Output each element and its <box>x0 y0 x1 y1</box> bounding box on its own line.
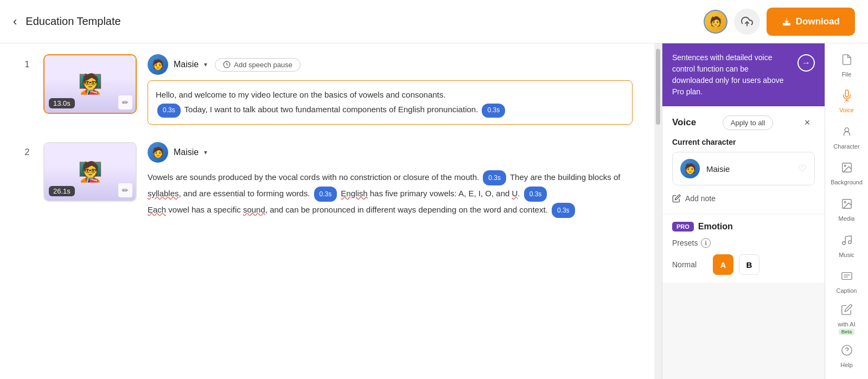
apply-to-all-button[interactable]: Apply to all <box>723 115 774 130</box>
scene-text-syllables: syllables <box>148 189 179 198</box>
pause-badge-1b[interactable]: 0.3s <box>482 104 505 118</box>
sidebar-item-music[interactable]: Music <box>827 229 866 264</box>
preset-b-button[interactable]: B <box>739 254 760 275</box>
scene-number-2: 2 <box>22 147 33 157</box>
sidebar-file-label: File <box>842 71 852 78</box>
scene-number-1: 1 <box>22 60 33 69</box>
upload-button[interactable] <box>734 9 760 35</box>
pro-badge: PRO <box>672 222 694 232</box>
pause-badge-2b[interactable]: 0.3s <box>314 187 337 202</box>
scene-text-vowels: Vowels are sounds produced by the vocal … <box>148 172 481 182</box>
sidebar-item-help[interactable]: Help <box>827 339 866 374</box>
sidebar-item-ai[interactable]: with AI Beta <box>827 301 866 337</box>
speaker-name-1: Maisie <box>174 60 199 69</box>
note-icon <box>672 194 681 203</box>
svg-point-15 <box>841 345 851 355</box>
add-speech-pause-btn-1[interactable]: Add speech pause <box>215 58 301 72</box>
sidebar-media-label: Media <box>839 215 855 222</box>
scene-thumbnail-2[interactable]: 🧑‍🏫 26.1s ✏ <box>43 142 137 202</box>
ai-icon <box>841 304 853 319</box>
download-button[interactable]: Download <box>767 8 855 36</box>
voice-panel: Voice Apply to all × Current character 🧑… <box>662 106 825 214</box>
scene-text-english: English <box>341 189 367 198</box>
sidebar-item-caption[interactable]: Caption <box>827 265 866 299</box>
pause-badge-1a[interactable]: 0.3s <box>157 104 181 118</box>
scene-thumbnail-1[interactable]: 🧑‍🏫 13.0s ✏ <box>43 54 137 114</box>
header: ‹ Education Template 🧑 Download <box>0 0 868 43</box>
scene-body-2: 🧑 Maisie ▾ Vowels are sounds produced by… <box>148 142 633 219</box>
scene-duration-2: 26.1s <box>49 186 75 196</box>
pro-banner: Sentences with detailed voice control fu… <box>662 43 825 106</box>
header-actions: 🧑 Download <box>704 8 855 36</box>
pause-badge-2a[interactable]: 0.3s <box>483 170 506 185</box>
media-icon <box>841 198 853 213</box>
speaker-dropdown-2[interactable]: ▾ <box>204 149 207 156</box>
presets-label: Presets <box>672 239 698 247</box>
scene-text-they: They are the building blocks of <box>510 172 620 182</box>
preset-row: Normal A B <box>672 254 815 275</box>
sidebar-item-background[interactable]: Background <box>827 157 866 191</box>
scene-text-1[interactable]: Hello, and welcome to my video lecture o… <box>148 80 633 125</box>
scene-text-five-vowels: has five primary vowels: A, E, I, O, and <box>368 189 512 198</box>
sidebar-item-file[interactable]: File <box>827 49 866 83</box>
sidebar-ai-label: with AI Beta <box>829 321 864 335</box>
char-card-name: Maisie <box>706 164 792 174</box>
scene-duration-1: 13.0s <box>49 98 75 108</box>
scene-edit-1[interactable]: ✏ <box>118 95 132 110</box>
speaker-avatar-2: 🧑 <box>148 142 168 163</box>
scene-2: 2 🧑‍🏫 26.1s ✏ 🧑 Maisie ▾ Vowels are soun… <box>22 142 633 219</box>
add-note-row[interactable]: Add note <box>672 192 815 205</box>
voice-icon <box>841 89 853 105</box>
svg-point-7 <box>844 165 846 167</box>
right-panel: Sentences with detailed voice control fu… <box>662 43 825 379</box>
speaker-dropdown-1[interactable]: ▾ <box>204 61 207 68</box>
caption-icon <box>841 270 853 285</box>
far-right-sidebar: File Voice Character Background Media <box>825 43 868 379</box>
character-card[interactable]: 🧑 Maisie ♡ <box>672 152 815 185</box>
scene-text-highlighted-1: Hello, and welcome to my video lecture o… <box>156 90 445 99</box>
pause-badge-2c[interactable]: 0.3s <box>524 187 547 202</box>
scene-edit-2[interactable]: ✏ <box>118 183 132 197</box>
add-note-label: Add note <box>685 194 716 203</box>
voice-panel-title: Voice <box>672 117 696 128</box>
sidebar-caption-label: Caption <box>837 287 857 294</box>
voice-header: Voice Apply to all × <box>672 115 815 130</box>
content-scrollbar[interactable] <box>654 43 662 379</box>
emotion-section: PRO Emotion Presets ℹ Normal A B <box>662 214 825 282</box>
content-area: 1 🧑‍🏫 13.0s ✏ 🧑 Maisie ▾ Add speech paus… <box>0 43 654 379</box>
help-icon <box>841 344 853 359</box>
user-avatar[interactable]: 🧑 <box>704 10 727 34</box>
back-button[interactable]: ‹ <box>13 15 17 29</box>
sidebar-music-label: Music <box>839 252 854 259</box>
pro-banner-arrow[interactable]: → <box>797 54 815 72</box>
scene-text-2[interactable]: Vowels are sounds produced by the vocal … <box>148 168 633 219</box>
pro-banner-text: Sentences with detailed voice control fu… <box>672 52 791 98</box>
svg-rect-12 <box>841 273 851 280</box>
scene-text-today: Today, I want to talk about two fundamen… <box>184 105 481 114</box>
scene-speaker-2: 🧑 Maisie ▾ <box>148 142 633 163</box>
music-icon <box>841 234 853 249</box>
character-icon <box>841 126 853 141</box>
main-layout: 1 🧑‍🏫 13.0s ✏ 🧑 Maisie ▾ Add speech paus… <box>0 43 868 379</box>
emotion-header: PRO Emotion <box>672 222 815 232</box>
sidebar-item-voice[interactable]: Voice <box>827 85 866 119</box>
scene-1: 1 🧑‍🏫 13.0s ✏ 🧑 Maisie ▾ Add speech paus… <box>22 54 633 125</box>
preset-a-button[interactable]: A <box>713 254 733 275</box>
voice-panel-close[interactable]: × <box>800 115 815 130</box>
emotion-title: Emotion <box>698 222 733 232</box>
pause-badge-2d[interactable]: 0.3s <box>552 203 575 218</box>
sidebar-voice-label: Voice <box>839 107 854 114</box>
sidebar-background-label: Background <box>831 179 863 186</box>
svg-point-11 <box>848 240 851 243</box>
heart-icon[interactable]: ♡ <box>798 163 807 175</box>
scene-text-period: . <box>518 189 522 198</box>
sidebar-item-character[interactable]: Character <box>827 121 866 155</box>
presets-info-icon[interactable]: ℹ <box>701 238 711 248</box>
scrollbar-thumb[interactable] <box>656 49 660 125</box>
sidebar-help-label: Help <box>840 362 853 369</box>
sidebar-item-media[interactable]: Media <box>827 193 866 227</box>
scene-text-pronounced: , and can be pronounced in different way… <box>265 205 550 214</box>
current-character-label: Current character <box>672 138 815 146</box>
preset-normal-label: Normal <box>672 260 707 269</box>
sidebar-character-label: Character <box>833 143 859 150</box>
